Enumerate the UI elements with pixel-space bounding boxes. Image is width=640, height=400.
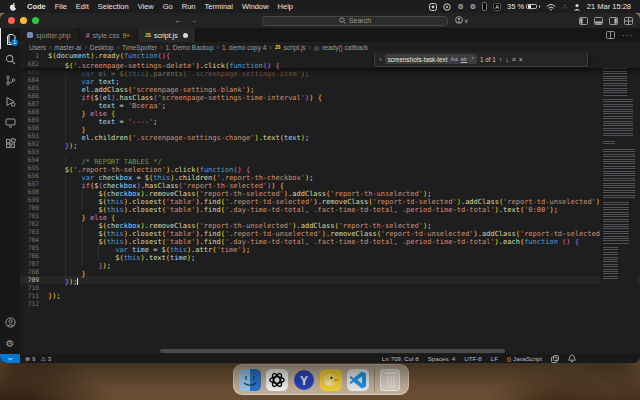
more-actions-icon[interactable]: ···	[622, 31, 633, 40]
app-status-icon-1[interactable]	[429, 2, 437, 11]
code-line[interactable]: 691el.children('.screenpage-settings-cha…	[20, 132, 640, 140]
sidebar-item-explorer[interactable]: 1	[0, 28, 20, 49]
breadcrumb-item[interactable]: master-ai	[54, 44, 81, 51]
sidebar-item-remote-explorer[interactable]	[0, 112, 20, 133]
menu-bar-clock[interactable]: 21 Mar 15:28	[587, 2, 631, 11]
breadcrumb-item[interactable]: Users	[29, 44, 46, 51]
code-line[interactable]: 708}	[20, 268, 640, 276]
close-find-icon[interactable]: ×	[519, 56, 523, 63]
code-line[interactable]: 710	[20, 284, 640, 292]
profile-button[interactable]: ∨	[455, 16, 468, 24]
find-in-selection-icon[interactable]: ≡	[512, 56, 516, 63]
code-line[interactable]: 689text = '----';	[20, 116, 640, 124]
gear-icon-2[interactable]: ⚙	[470, 2, 476, 11]
status-item-javascript[interactable]: {}JavaScript	[507, 355, 542, 362]
code-line[interactable]: 699$(this).closest('table').find('.repor…	[20, 196, 640, 204]
navigate-forward-button[interactable]: →	[189, 16, 197, 25]
remote-indicator[interactable]: ><	[0, 354, 20, 363]
whole-word-toggle[interactable]: ab	[461, 56, 467, 62]
menu-item-window[interactable]: Window	[242, 2, 269, 11]
sidebar-item-extensions[interactable]	[0, 133, 20, 154]
dock-y-browser-icon[interactable]: Y	[293, 369, 315, 391]
wifi-icon[interactable]	[546, 2, 556, 11]
menu-item-code[interactable]: Code	[27, 2, 46, 11]
battery-indicator[interactable]: 35 %	[507, 2, 540, 11]
toggle-panel-icon[interactable]	[594, 17, 603, 25]
regex-toggle[interactable]: .*	[470, 56, 474, 62]
previous-match-icon[interactable]: ↑	[499, 56, 503, 63]
next-match-icon[interactable]: ↓	[505, 56, 509, 63]
code-line[interactable]: 686if($(el).hasClass('screenpage-setting…	[20, 92, 640, 100]
code-line[interactable]: 698$(checkbox).removeClass('report-th-se…	[20, 188, 640, 196]
breadcrumb-item[interactable]: ready() callback	[322, 44, 368, 51]
minimize-window-button[interactable]	[20, 17, 27, 24]
status-item-spaces-4[interactable]: Spaces: 4	[428, 355, 456, 362]
menu-item-go[interactable]: Go	[163, 2, 173, 11]
menu-item-run[interactable]: Run	[182, 2, 196, 11]
dock-finder-icon[interactable]	[239, 369, 261, 391]
horizontal-scrollbar[interactable]	[160, 349, 505, 353]
menu-item-help[interactable]: Help	[278, 2, 293, 11]
toggle-replace-icon[interactable]: ›	[379, 55, 382, 64]
code-line[interactable]: 707});	[20, 260, 640, 268]
zoom-window-button[interactable]	[32, 17, 39, 24]
apple-logo-icon[interactable]	[9, 2, 18, 11]
code-line[interactable]: 696var checkbox = $(this).children('.rep…	[20, 172, 640, 180]
sidebar-item-run-debug[interactable]	[0, 91, 20, 112]
menu-item-file[interactable]: File	[55, 2, 67, 11]
sidebar-item-search[interactable]	[0, 49, 20, 70]
device-icon[interactable]	[482, 2, 487, 11]
accounts-button[interactable]	[0, 312, 20, 333]
command-center-search[interactable]: Search	[262, 16, 448, 26]
menu-item-selection[interactable]: Selection	[98, 2, 129, 11]
code-line[interactable]: 693	[20, 148, 640, 156]
gear-icon[interactable]: ⚙	[457, 2, 463, 11]
dock-vscode-icon[interactable]	[347, 369, 369, 391]
code-line[interactable]: 712	[20, 300, 640, 308]
code-line[interactable]: 685el.addClass('screenpage-settings-blan…	[20, 84, 640, 92]
code-line[interactable]: 687text = 'Всегда';	[20, 100, 640, 108]
problems-indicator[interactable]: ⊗9 ⚠3	[20, 355, 51, 362]
breadcrumb-item[interactable]: 1. demo copy 4	[222, 44, 266, 51]
code-line[interactable]: 704$(this).closest('table').find('.day-t…	[20, 236, 640, 244]
menu-item-terminal[interactable]: Terminal	[205, 2, 233, 11]
app-status-icon-2[interactable]	[443, 2, 451, 11]
code-editor[interactable]: 1$(document).ready(function(){682$('.scr…	[20, 52, 640, 348]
tab-style.css[interactable]: #style.css9+	[79, 28, 138, 42]
breadcrumb-item[interactable]: Desktop	[90, 44, 114, 51]
menu-item-view[interactable]: View	[138, 2, 154, 11]
control-center-icon[interactable]: ∴	[562, 2, 566, 11]
dock-trash-icon[interactable]	[380, 369, 400, 391]
find-input[interactable]: screenshots-task-text Aa ab .*	[385, 54, 477, 64]
notifications-bell-icon[interactable]	[568, 354, 576, 363]
code-line[interactable]: 688} else {	[20, 108, 640, 116]
navigate-back-button[interactable]: ←	[174, 16, 182, 25]
dock-duck-icon[interactable]	[320, 369, 342, 391]
sidebar-item-source-control[interactable]	[0, 70, 20, 91]
status-item-lf[interactable]: LF	[491, 355, 498, 362]
menu-item-edit[interactable]: Edit	[76, 2, 89, 11]
tab-script.js[interactable]: JSscript.js	[138, 28, 196, 42]
code-line[interactable]: 697if($(checkbox).hasClass('report-th-se…	[20, 180, 640, 188]
status-extra-icon[interactable]	[551, 355, 559, 363]
code-line[interactable]: 706$(this).text(time);	[20, 252, 640, 260]
breadcrumb-item[interactable]: TimeSpotter	[122, 44, 157, 51]
code-line[interactable]: 702$(checkbox).removeClass('report-th-un…	[20, 220, 640, 228]
code-line[interactable]: 694/* REPORT TABLES */	[20, 156, 640, 164]
toggle-secondary-sidebar-icon[interactable]	[609, 17, 618, 25]
split-editor-icon[interactable]	[606, 31, 615, 39]
status-item-utf-8[interactable]: UTF-8	[464, 355, 482, 362]
customize-layout-icon[interactable]	[624, 17, 633, 25]
code-line[interactable]: 700$(this).closest('table').find('.day-t…	[20, 204, 640, 212]
code-line[interactable]: 703$(this).closest('table').find('.repor…	[20, 228, 640, 236]
settings-button[interactable]: ⚙	[0, 333, 20, 354]
code-line[interactable]: 709});	[20, 276, 640, 284]
breadcrumb-item[interactable]: script.js	[284, 44, 306, 51]
toggle-primary-sidebar-icon[interactable]	[579, 17, 588, 25]
user-icon[interactable]	[573, 2, 581, 11]
code-line[interactable]: 711});	[20, 292, 640, 300]
minimap[interactable]	[600, 52, 638, 348]
tab-spotter.php[interactable]: spotter.php	[20, 28, 79, 42]
breadcrumb-item[interactable]: 1. Demo Backup	[165, 44, 213, 51]
status-item-ln-709-col-8[interactable]: Ln 709, Col 8	[382, 355, 419, 362]
